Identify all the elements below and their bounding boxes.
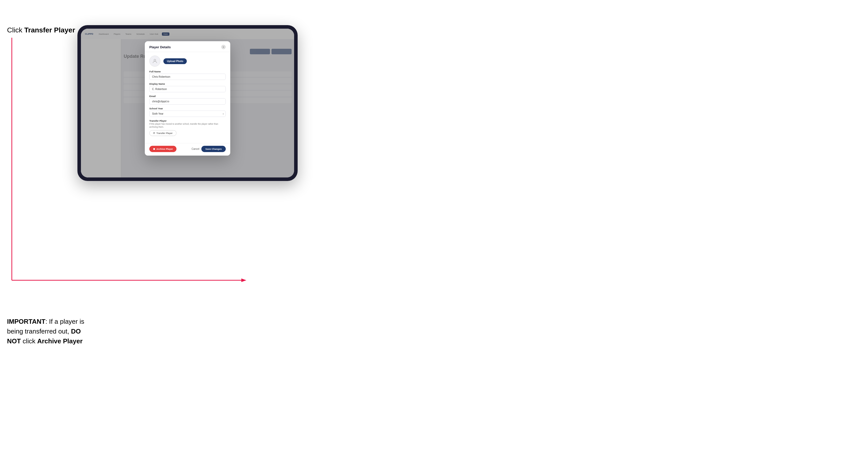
modal-header: Player Details × (145, 41, 230, 52)
tablet-device: CLIPPD Dashboard Players Teams Schedule … (78, 25, 298, 181)
photo-section: Upload Photo (149, 56, 226, 67)
display-name-group: Display Name (149, 83, 226, 92)
player-details-modal: Player Details × (145, 41, 230, 156)
instruction-important: IMPORTANT: If a player is being transfer… (7, 317, 85, 346)
modal-title: Player Details (149, 45, 171, 49)
archive-player-ref: Archive Player (37, 337, 83, 345)
email-group: Email (149, 95, 226, 104)
transfer-player-button[interactable]: ⟳ Transfer Player (149, 130, 177, 136)
full-name-label: Full Name (149, 70, 226, 73)
modal-overlay: Player Details × (81, 29, 294, 178)
full-name-input[interactable] (149, 74, 226, 80)
instruction-important-text: IMPORTANT: If a player is being transfer… (7, 317, 85, 346)
display-name-label: Display Name (149, 83, 226, 85)
svg-point-3 (154, 59, 156, 61)
email-label: Email (149, 95, 226, 97)
transfer-label: Transfer Player (149, 119, 226, 122)
transfer-button-label: Transfer Player (156, 132, 173, 134)
footer-right-buttons: Cancel Save Changes (191, 146, 226, 152)
avatar-icon (152, 58, 158, 64)
do-not-suffix: click (21, 337, 37, 345)
cancel-button[interactable]: Cancel (191, 148, 199, 150)
archive-player-button[interactable]: ⏹ Archive Player (149, 146, 177, 152)
save-changes-button[interactable]: Save Changes (202, 146, 226, 152)
instruction-click: Click Transfer Player (7, 25, 78, 35)
transfer-description: If this player has moved to another scho… (149, 123, 226, 129)
transfer-section: Transfer Player If this player has moved… (149, 119, 226, 136)
full-name-group: Full Name (149, 70, 226, 80)
email-input[interactable] (149, 98, 226, 104)
modal-body: Upload Photo Full Name Display Name (145, 52, 230, 143)
instruction-click-target: Transfer Player (24, 26, 75, 34)
school-year-group: School Year First Year Second Year Third… (149, 107, 226, 117)
transfer-icon: ⟳ (153, 132, 155, 134)
school-year-select-wrapper: First Year Second Year Third Year Fourth… (149, 111, 226, 117)
archive-button-label: Archive Player (156, 148, 173, 150)
modal-footer: ⏹ Archive Player Cancel Save Changes (145, 143, 230, 156)
archive-icon: ⏹ (153, 148, 155, 150)
important-label: IMPORTANT (7, 318, 45, 325)
school-year-select[interactable]: First Year Second Year Third Year Fourth… (149, 111, 226, 117)
modal-close-button[interactable]: × (221, 45, 226, 49)
display-name-input[interactable] (149, 86, 226, 92)
avatar-placeholder (149, 56, 160, 67)
school-year-label: School Year (149, 107, 226, 110)
instruction-area: Click Transfer Player (7, 25, 78, 35)
upload-photo-button[interactable]: Upload Photo (163, 58, 187, 64)
page-root: Click Transfer Player IMPORTANT: If a pl… (0, 0, 868, 467)
svg-marker-2 (241, 279, 246, 282)
tablet-screen: CLIPPD Dashboard Players Teams Schedule … (81, 29, 294, 178)
